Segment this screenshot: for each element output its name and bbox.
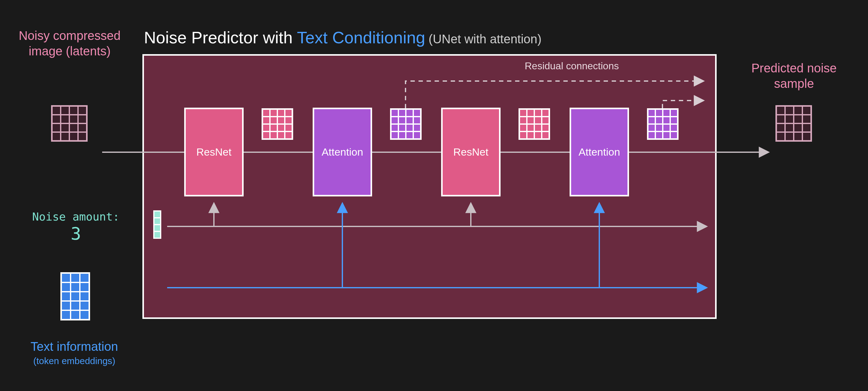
noise-amount-label: Noise amount: <box>28 210 124 223</box>
block-label: ResNet <box>453 146 488 158</box>
title-sub-suffix: ) <box>537 32 541 46</box>
block-label: ResNet <box>196 146 231 158</box>
output-label: Predicted noise sample <box>741 60 847 91</box>
diagram-title: Noise Predictor with Text Conditioning (… <box>144 28 541 47</box>
attention-block-1: Attention <box>313 108 372 196</box>
attention-block-2: Attention <box>569 108 629 196</box>
block-label: Attention <box>322 146 363 158</box>
text-info-label: Text information <box>22 339 127 354</box>
resnet-block-2: ResNet <box>441 108 501 196</box>
intermediate-grid-pink-1 <box>261 108 293 140</box>
text-info-sublabel: (token embeddings) <box>22 355 127 367</box>
diagram-stage: Noise Predictor with Text Conditioning (… <box>0 0 868 391</box>
latents-grid-icon <box>51 105 88 142</box>
noise-embedding-icon <box>153 210 161 239</box>
text-embedding-grid-icon <box>60 272 90 321</box>
title-part2: Text Conditioning <box>297 28 425 47</box>
noise-amount-value: 3 <box>28 223 124 243</box>
latents-label: Noisy compressed image (latents) <box>17 28 122 59</box>
output-grid-icon <box>775 105 812 142</box>
block-label: Attention <box>579 146 620 158</box>
intermediate-grid-purple-2 <box>647 108 679 140</box>
resnet-block-1: ResNet <box>184 108 244 196</box>
title-sub-prefix: (UNet with <box>425 32 490 46</box>
title-part1: Noise Predictor with <box>144 28 297 47</box>
intermediate-grid-purple-1 <box>390 108 422 140</box>
intermediate-grid-pink-2 <box>519 108 550 140</box>
title-sub-accent: attention <box>490 32 537 46</box>
residual-connections-label: Residual connections <box>525 60 619 72</box>
